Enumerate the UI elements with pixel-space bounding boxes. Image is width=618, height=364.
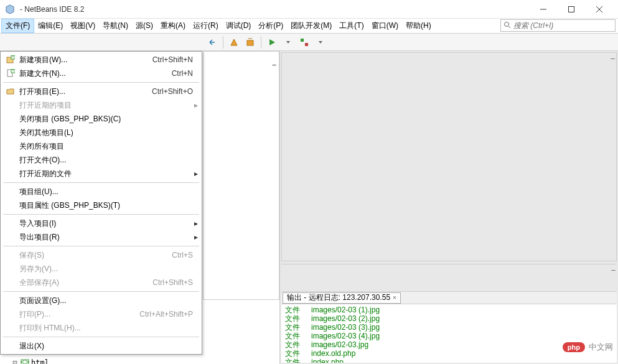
menu-item-label: 关闭所有项目 [17, 141, 198, 152]
svg-rect-7 [247, 40, 253, 45]
run-button[interactable] [265, 35, 279, 49]
submenu-arrow-icon: ▸ [194, 169, 198, 178]
menu-separator [3, 291, 199, 292]
svg-text:<>: <> [21, 359, 29, 365]
navigator-panel: – [203, 51, 279, 300]
menu-team[interactable]: 团队开发(M) [287, 19, 335, 33]
search-box[interactable] [500, 19, 616, 32]
dom-tree: ⊟<>html⊟<>head<>meta [0, 356, 279, 364]
menu-item-label: 项目组(U)... [17, 187, 198, 197]
file-menu-item[interactable]: 项目组(U)... [2, 185, 200, 198]
file-menu-item[interactable]: +新建文件(N)...Ctrl+N [2, 67, 200, 80]
menu-debug[interactable]: 调试(D) [222, 19, 255, 33]
debug-dropdown[interactable] [314, 35, 327, 49]
svg-line-6 [508, 26, 510, 28]
search-icon [503, 21, 511, 30]
panel-minimize-icon[interactable]: – [611, 266, 616, 274]
panel-minimize-icon[interactable]: – [611, 54, 615, 63]
menu-item-label: 导入项目(I) [17, 218, 194, 229]
menu-item-label: 退出(X) [17, 341, 198, 352]
file-menu-item[interactable]: 关闭项目 (GBS_PHP_BKS)(C) [2, 112, 200, 126]
menu-item-shortcut: Ctrl+Shift+O [152, 87, 198, 96]
menu-separator [3, 246, 199, 246]
submenu-arrow-icon: ▸ [194, 233, 198, 241]
menu-item-label: 另存为(V)... [17, 264, 198, 274]
run-dropdown[interactable] [281, 35, 295, 49]
file-menu-item[interactable]: 关闭所有项目 [2, 139, 200, 153]
menu-tools[interactable]: 工具(T) [335, 19, 367, 33]
menu-navigate[interactable]: 导航(N) [99, 19, 132, 33]
menu-edit[interactable]: 编辑(E) [34, 19, 67, 33]
menu-item-shortcut: Ctrl+Shift+S [152, 278, 198, 287]
maximize-button[interactable] [557, 1, 585, 18]
toolbar [0, 34, 618, 51]
menu-item-label: 保存(S) [17, 250, 172, 261]
output-tab[interactable]: 输出 - 远程日志: 123.207.30.55 × [283, 292, 401, 304]
file-menu-item[interactable]: 另存为(V)... [2, 262, 200, 276]
file-menu-item[interactable]: 页面设置(G)... [2, 294, 200, 307]
menu-item-label: 打开项目(E)... [17, 86, 152, 97]
window-title: - NetBeans IDE 8.2 [20, 5, 529, 14]
menu-help[interactable]: 帮助(H) [402, 19, 435, 33]
toolbar-separator [223, 36, 223, 49]
close-icon[interactable]: × [393, 294, 396, 301]
close-button[interactable] [585, 1, 613, 18]
file-menu-item[interactable]: 关闭其他项目(L) [2, 126, 200, 139]
build-button[interactable] [227, 35, 241, 49]
svg-text:+: + [11, 69, 15, 74]
menu-item-label: 打印(P)... [17, 309, 139, 320]
output-line: 文件images/02-03 (3).jpg [285, 323, 613, 332]
file-menu-item[interactable]: 保存(S)Ctrl+S [2, 248, 200, 262]
output-line: 文件images/02-03 (2).jpg [285, 314, 613, 323]
search-input[interactable] [513, 21, 615, 30]
menu-view[interactable]: 视图(V) [67, 19, 99, 33]
file-menu-item[interactable]: 退出(X) [2, 339, 200, 353]
menu-window[interactable]: 窗口(W) [368, 19, 402, 33]
watermark: php 中文网 [563, 342, 613, 353]
clean-build-button[interactable] [243, 35, 257, 49]
menu-item-label: 关闭其他项目(L) [17, 128, 198, 138]
svg-rect-2 [568, 6, 574, 12]
menu-item-label: 新建文件(N)... [17, 68, 172, 79]
undo-button[interactable] [205, 35, 219, 49]
file-menu-item[interactable]: 打开项目(E)...Ctrl+Shift+O [2, 85, 200, 98]
menu-item-label: 项目属性 (GBS_PHP_BKS)(T) [17, 200, 198, 211]
menubar: 文件(F) 编辑(E) 视图(V) 导航(N) 源(S) 重构(A) 运行(R)… [0, 19, 618, 34]
file-menu-item[interactable]: 导入项目(I)▸ [2, 217, 200, 230]
file-menu-item[interactable]: 打开文件(O)... [2, 153, 200, 167]
minimize-button[interactable] [529, 1, 557, 18]
output-line: 文件index.php [285, 358, 613, 363]
file-menu-item[interactable]: 打开近期的项目▸ [2, 98, 200, 112]
output-tab-label: 输出 - 远程日志: 123.207.30.55 [287, 292, 390, 303]
open-project-icon [4, 87, 17, 96]
submenu-arrow-icon: ▸ [194, 219, 198, 228]
menu-separator [3, 182, 199, 183]
window-controls [529, 1, 613, 18]
menu-source[interactable]: 源(S) [132, 19, 157, 33]
titlebar: - NetBeans IDE 8.2 [0, 0, 618, 19]
debug-button[interactable] [297, 35, 311, 49]
menu-separator [3, 82, 199, 83]
tree-label: html [31, 358, 49, 365]
panel-minimize-icon[interactable]: – [272, 60, 276, 69]
file-menu-item[interactable]: 打开近期的文件▸ [2, 167, 200, 180]
watermark-text: 中文网 [589, 342, 613, 353]
file-menu-item[interactable]: 打印(P)...Ctrl+Alt+Shift+P [2, 307, 200, 321]
menu-run[interactable]: 运行(R) [189, 19, 222, 33]
menu-file[interactable]: 文件(F) [1, 19, 34, 33]
menu-separator [3, 214, 199, 215]
file-menu-item[interactable]: 导出项目(R)▸ [2, 230, 200, 244]
file-menu-item[interactable]: 打印到 HTML(H)... [2, 321, 200, 335]
file-menu-item[interactable]: 全部保存(A)Ctrl+Shift+S [2, 276, 200, 289]
tree-row[interactable]: ⊟<>html [2, 357, 277, 364]
menu-item-label: 打开近期的文件 [17, 169, 194, 179]
file-menu-dropdown: +新建项目(W)...Ctrl+Shift+N+新建文件(N)...Ctrl+N… [0, 51, 202, 355]
file-menu-item[interactable]: 项目属性 (GBS_PHP_BKS)(T) [2, 198, 200, 212]
toolbar-separator [261, 36, 261, 49]
tree-toggle-icon[interactable]: ⊟ [11, 358, 19, 365]
file-menu-item[interactable]: +新建项目(W)...Ctrl+Shift+N [2, 53, 200, 67]
menu-refactor[interactable]: 重构(A) [157, 19, 189, 33]
left-panel: +新建项目(W)...Ctrl+Shift+N+新建文件(N)...Ctrl+N… [0, 51, 280, 364]
menu-item-shortcut: Ctrl+Shift+N [152, 55, 198, 64]
menu-profile[interactable]: 分析(P) [255, 19, 287, 33]
